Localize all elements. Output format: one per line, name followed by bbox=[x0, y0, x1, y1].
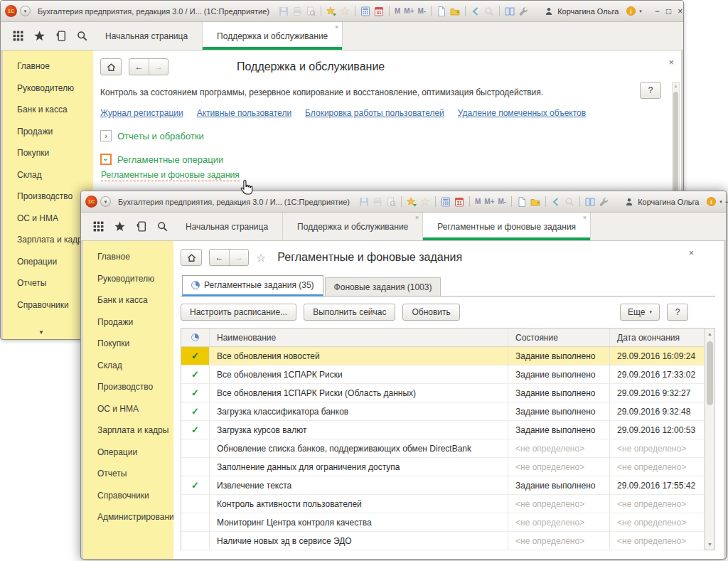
table-row[interactable]: ✓ Заполнение данных для ограничения дост… bbox=[181, 458, 705, 476]
app-logo[interactable]: 1С bbox=[85, 196, 97, 208]
open-file-icon[interactable] bbox=[530, 196, 541, 208]
sidebar-item[interactable]: Зарплата и кадры bbox=[83, 420, 173, 442]
home-button[interactable] bbox=[100, 58, 122, 75]
add-to-favorites-icon[interactable] bbox=[406, 196, 417, 208]
information-icon[interactable]: i bbox=[706, 196, 717, 208]
search-icon[interactable] bbox=[76, 30, 88, 42]
sidebar-item[interactable]: Производство bbox=[3, 186, 93, 208]
system-menu-button[interactable]: ▼ bbox=[100, 196, 111, 207]
sidebar-item[interactable]: Покупки bbox=[83, 333, 173, 355]
table-row[interactable]: ✓ Наличие новых эд в сервисе ЭДО <не опр… bbox=[181, 532, 705, 550]
favorites-icon[interactable] bbox=[339, 6, 350, 17]
sidebar-item[interactable]: Главное bbox=[83, 246, 173, 268]
sidebar-item[interactable]: Производство bbox=[83, 376, 173, 398]
sidebar-item[interactable]: Администрирование bbox=[83, 506, 173, 528]
print-icon[interactable] bbox=[372, 196, 383, 208]
date-column-header[interactable]: Дата окончания bbox=[610, 328, 705, 346]
memory-plus-icon[interactable]: M+ bbox=[483, 198, 495, 205]
table-row[interactable]: ✓ Контроль активности пользователей <не … bbox=[181, 495, 705, 513]
action-link[interactable]: Удаление помеченных объектов bbox=[458, 108, 586, 118]
back-icon[interactable] bbox=[550, 196, 562, 208]
open-file-icon[interactable] bbox=[449, 6, 461, 17]
favorites-panel-icon[interactable] bbox=[33, 30, 46, 42]
window-tab[interactable]: Поддержка и обслуживание × bbox=[203, 22, 343, 50]
sidebar-item[interactable]: Покупки bbox=[3, 142, 93, 164]
new-document-icon[interactable] bbox=[436, 6, 447, 17]
table-row[interactable]: ✓ Обновление списка банков, поддерживающ… bbox=[181, 439, 705, 458]
view-tab[interactable]: Регламентные задания (35) bbox=[182, 275, 323, 296]
view-tab[interactable]: Фоновые задания (1003) bbox=[325, 277, 441, 296]
memory-minus-icon[interactable]: M- bbox=[417, 7, 427, 15]
info-dropdown-icon[interactable]: ▾ bbox=[719, 199, 722, 205]
more-button[interactable]: Еще ▾ bbox=[620, 304, 660, 321]
system-menu-button[interactable]: ▼ bbox=[20, 6, 31, 16]
information-icon[interactable]: i bbox=[626, 6, 636, 17]
split-window-icon[interactable] bbox=[584, 196, 596, 208]
close-form-icon[interactable]: × bbox=[668, 58, 674, 67]
split-window-icon[interactable] bbox=[504, 6, 515, 17]
favorite-star-icon[interactable]: ☆ bbox=[256, 251, 266, 265]
sidebar-item[interactable]: Операции bbox=[83, 442, 173, 464]
help-button[interactable]: ? bbox=[640, 82, 661, 99]
window-tab[interactable]: Поддержка и обслуживание × bbox=[283, 213, 423, 240]
print-preview-icon[interactable] bbox=[385, 196, 397, 208]
find-icon[interactable] bbox=[564, 196, 575, 208]
history-icon[interactable] bbox=[55, 30, 67, 42]
section-title[interactable]: Регламентные операции bbox=[117, 154, 223, 165]
sidebar-item[interactable]: Склад bbox=[83, 355, 173, 377]
scroll-down-icon[interactable]: ▼ bbox=[705, 542, 714, 547]
current-user[interactable]: Корчагина Ольга bbox=[543, 6, 619, 17]
table-row[interactable]: ✓ Все обновления новостей Задание выполн… bbox=[181, 347, 705, 365]
table-row[interactable]: ✓ Все обновления 1СПАРК Риски (Область д… bbox=[181, 384, 705, 402]
window-tab[interactable]: Начальная страница × bbox=[91, 22, 203, 50]
favorites-icon[interactable] bbox=[419, 196, 431, 208]
save-icon[interactable] bbox=[358, 196, 370, 208]
close-tab-icon[interactable]: × bbox=[415, 215, 419, 221]
app-logo[interactable]: 1С bbox=[5, 5, 17, 17]
action-link[interactable]: Журнал регистрации bbox=[100, 108, 183, 118]
memory-plus-icon[interactable]: M+ bbox=[403, 7, 414, 15]
save-icon[interactable] bbox=[278, 6, 289, 17]
print-preview-icon[interactable] bbox=[305, 6, 316, 17]
calendar-icon[interactable]: 31 bbox=[373, 6, 385, 17]
sidebar-item[interactable]: Справочники bbox=[3, 294, 93, 316]
table-scrollbar[interactable]: ▲ ▼ bbox=[705, 328, 714, 550]
forward-button[interactable]: → bbox=[149, 59, 168, 75]
action-link[interactable]: Блокировка работы пользователей bbox=[305, 108, 444, 118]
history-icon[interactable] bbox=[135, 220, 147, 233]
sidebar-item[interactable]: Руководителю bbox=[83, 268, 173, 290]
sidebar-item[interactable]: Справочники bbox=[83, 485, 173, 507]
section-title[interactable]: Отчеты и обработки bbox=[117, 131, 204, 141]
status-column-header[interactable] bbox=[181, 328, 210, 346]
service-settings-icon[interactable] bbox=[518, 6, 529, 17]
back-icon[interactable] bbox=[470, 6, 481, 17]
sidebar-item[interactable]: Главное bbox=[3, 55, 93, 78]
new-document-icon[interactable] bbox=[516, 196, 528, 208]
name-column-header[interactable]: Наименование bbox=[210, 328, 508, 346]
help-button[interactable]: ? bbox=[667, 304, 688, 321]
minimize-button[interactable]: − bbox=[725, 197, 728, 207]
calculator-icon[interactable] bbox=[440, 196, 451, 208]
memory-icon[interactable]: M bbox=[394, 7, 401, 15]
maximize-button[interactable]: □ bbox=[666, 6, 671, 16]
sidebar-item[interactable]: Руководителю bbox=[3, 78, 93, 100]
close-form-icon[interactable]: × bbox=[688, 248, 694, 257]
scroll-up-icon[interactable]: ▲ bbox=[705, 331, 714, 336]
sidebar-item[interactable]: Зарплата и кадры bbox=[3, 229, 93, 251]
expand-chevron-icon[interactable]: › bbox=[100, 130, 112, 141]
expand-chevron-icon[interactable]: › bbox=[100, 154, 112, 165]
scrollbar-thumb[interactable] bbox=[707, 341, 713, 405]
sidebar-item[interactable]: Банк и касса bbox=[3, 99, 93, 121]
home-button[interactable] bbox=[181, 249, 202, 266]
window-tab[interactable]: Регламентные и фоновые задания × bbox=[423, 213, 591, 240]
close-tab-icon[interactable]: × bbox=[583, 215, 587, 221]
sidebar-item[interactable]: Отчеты bbox=[3, 272, 93, 294]
main-menu-icon[interactable] bbox=[92, 220, 105, 233]
sidebar-item[interactable]: Операции bbox=[3, 251, 93, 273]
calculator-icon[interactable] bbox=[360, 6, 371, 17]
forward-button[interactable]: → bbox=[229, 250, 248, 265]
table-row[interactable]: ✓ Загрузка классификатора банков Задание… bbox=[181, 402, 705, 421]
sidebar-item[interactable]: Отчеты bbox=[83, 463, 173, 485]
calendar-icon[interactable]: 31 bbox=[454, 196, 465, 208]
info-dropdown-icon[interactable]: ▾ bbox=[639, 9, 642, 14]
